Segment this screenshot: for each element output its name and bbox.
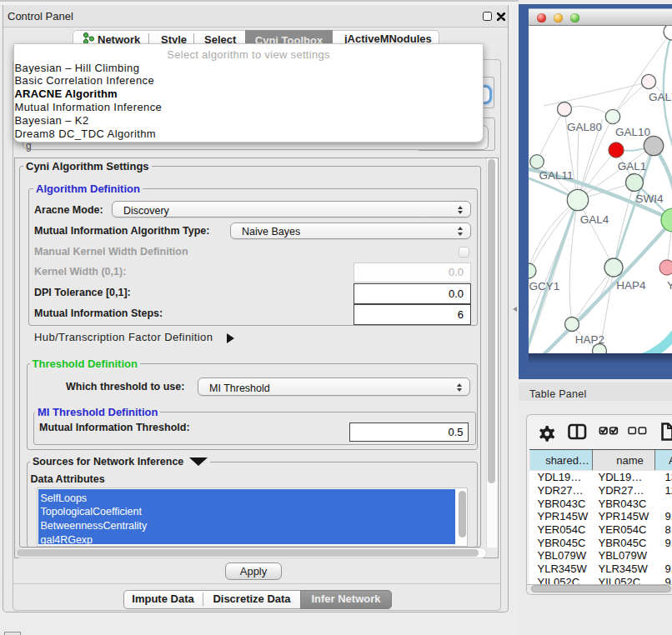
svg-text:GAL11: GAL11 xyxy=(539,169,573,182)
svg-text:GAL10: GAL10 xyxy=(615,126,650,138)
svg-text:GAL80: GAL80 xyxy=(567,121,602,133)
svg-text:GAL7: GAL7 xyxy=(649,91,672,103)
svg-text:Y: Y xyxy=(667,279,672,292)
svg-text:GAL4: GAL4 xyxy=(580,213,609,226)
svg-text:HAP4: HAP4 xyxy=(616,279,646,292)
svg-text:HAP2: HAP2 xyxy=(575,333,604,346)
svg-text:GAL1: GAL1 xyxy=(618,160,647,172)
svg-text:GCY1: GCY1 xyxy=(529,280,560,292)
svg-text:SWI4: SWI4 xyxy=(635,192,663,205)
